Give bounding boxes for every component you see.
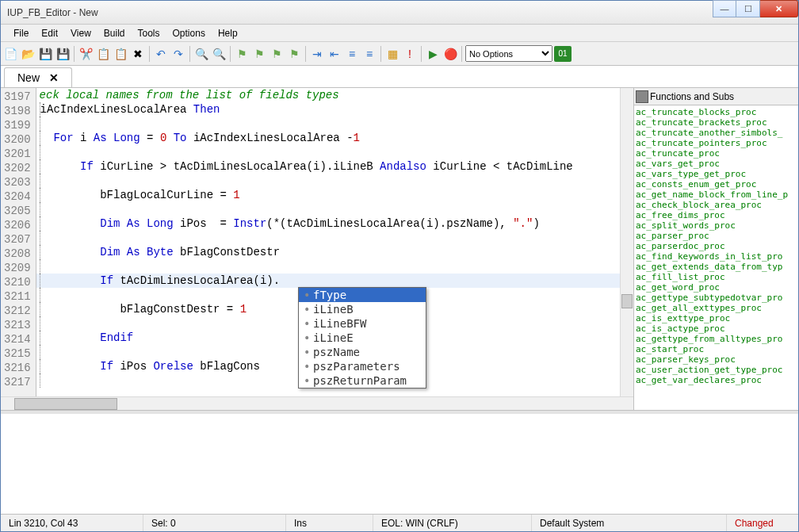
uncomment-icon[interactable]: ≡ — [361, 46, 377, 62]
sidebar-item[interactable]: ac_parser_proc — [636, 231, 797, 241]
code-line[interactable] — [36, 202, 620, 216]
sidebar-item[interactable]: ac_truncate_pointers_proc — [636, 138, 797, 148]
autocomplete-item[interactable]: iLineB — [299, 302, 426, 316]
bookmark-clear-icon[interactable]: ⚑ — [286, 46, 302, 62]
horizontal-scrollbar[interactable] — [1, 396, 633, 410]
separator — [305, 46, 306, 62]
output-pane[interactable] — [1, 411, 798, 514]
scroll-h-thumb[interactable] — [14, 398, 117, 410]
sidebar-item[interactable]: ac_vars_type_get_proc — [636, 169, 797, 179]
sidebar-item[interactable]: ac_parser_keys_proc — [636, 354, 797, 365]
menu-edit[interactable]: Edit — [35, 26, 64, 40]
code-line[interactable]: If iCurLine > tAcDimLinesLocalArea(i).iL… — [36, 159, 620, 174]
find-icon[interactable]: 🔍 — [193, 46, 209, 62]
debug-icon[interactable]: 🔴 — [442, 46, 458, 62]
sidebar-item[interactable]: ac_vars_get_proc — [636, 159, 797, 169]
side-header: Functions and Subs — [634, 88, 798, 105]
bookmark-icon[interactable]: ⚑ — [234, 46, 250, 62]
autocomplete-item[interactable]: pszReturnParam — [299, 373, 426, 388]
autocomplete-item[interactable]: iLineE — [299, 331, 426, 345]
line-number: 3208 — [4, 247, 31, 261]
minimize-button[interactable]: — — [713, 0, 736, 17]
open-file-icon[interactable]: 📂 — [20, 46, 36, 62]
sidebar-item[interactable]: ac_truncate_another_simbols_ — [636, 128, 797, 138]
side-list[interactable]: ac_truncate_blocks_procac_truncate_brack… — [634, 105, 798, 410]
sidebar-item[interactable]: ac_parserdoc_proc — [636, 241, 797, 251]
sidebar-item[interactable]: ac_get_extends_data_from_typ — [636, 262, 797, 272]
sidebar-item[interactable]: ac_truncate_proc — [636, 148, 797, 159]
code-area[interactable]: 3197319831993200320132023203320432053206… — [1, 88, 633, 396]
comment-icon[interactable]: ≡ — [344, 46, 360, 62]
code-line[interactable] — [36, 145, 620, 159]
code-line[interactable] — [36, 259, 620, 274]
menu-help[interactable]: Help — [212, 26, 244, 40]
build-warn-icon[interactable]: ! — [402, 46, 418, 62]
bookmark-prev-icon[interactable]: ⚑ — [251, 46, 267, 62]
code-line[interactable] — [36, 117, 620, 131]
sidebar-item[interactable]: ac_check_block_area_proc — [636, 200, 797, 210]
sidebar-item[interactable]: ac_get_all_exttypes_proc — [636, 303, 797, 313]
save-all-icon[interactable]: 💾 — [55, 46, 71, 62]
sidebar-item[interactable]: ac_consts_enum_get_proc — [636, 179, 797, 189]
sidebar-item[interactable]: ac_user_action_get_type_proc — [636, 365, 797, 375]
terminal-icon[interactable]: 01 — [554, 46, 572, 62]
run-icon[interactable]: ▶ — [425, 46, 441, 62]
menu-build[interactable]: Build — [97, 26, 132, 40]
menu-tools[interactable]: Tools — [132, 26, 166, 40]
sidebar-item[interactable]: ac_is_exttype_proc — [636, 313, 797, 323]
autocomplete-item[interactable]: fType — [299, 288, 426, 302]
options-select[interactable]: No Options — [465, 45, 552, 62]
paste-icon[interactable]: 📋 — [113, 46, 128, 62]
sidebar-item[interactable]: ac_split_words_proc — [636, 220, 797, 231]
new-file-icon[interactable]: 📄 — [2, 46, 18, 62]
cut-icon[interactable]: ✂️ — [78, 46, 94, 62]
unindent-icon[interactable]: ⇤ — [327, 46, 342, 62]
sidebar-item[interactable]: ac_truncate_blocks_proc — [636, 107, 797, 117]
sidebar-item[interactable]: ac_get_var_declares_proc — [636, 375, 797, 385]
sidebar-item[interactable]: ac_free_dims_proc — [636, 210, 797, 220]
vertical-scrollbar[interactable] — [620, 88, 633, 396]
autocomplete-item[interactable]: pszParameters — [299, 359, 426, 373]
code-line[interactable]: If tAcDimLinesLocalArea(i). — [36, 274, 620, 288]
copy-icon[interactable]: 📋 — [95, 46, 111, 62]
delete-icon[interactable]: ✖ — [130, 46, 146, 62]
sidebar-item[interactable]: ac_get_word_proc — [636, 282, 797, 293]
replace-icon[interactable]: 🔍 — [211, 46, 227, 62]
code-line[interactable]: eck local names from the list of fields … — [36, 88, 620, 102]
save-icon[interactable]: 💾 — [37, 46, 53, 62]
code-line[interactable] — [36, 174, 620, 188]
line-number: 3217 — [4, 375, 31, 389]
redo-icon[interactable]: ↷ — [170, 46, 186, 62]
autocomplete-item[interactable]: iLineBFW — [299, 316, 426, 331]
scroll-thumb[interactable] — [621, 294, 633, 308]
maximize-button[interactable]: ☐ — [736, 0, 760, 17]
code-line[interactable]: Dim As Long iPos = Instr(*(tAcDimLinesLo… — [36, 216, 620, 231]
code-line[interactable]: bFlagLocalCurLine = 1 — [36, 188, 620, 202]
tab-label: New — [17, 71, 40, 84]
menu-options[interactable]: Options — [166, 26, 212, 40]
sidebar-item[interactable]: ac_gettype_subtypedotvar_pro — [636, 293, 797, 303]
tab-close-icon[interactable]: ✕ — [49, 71, 59, 84]
undo-icon[interactable]: ↶ — [153, 46, 169, 62]
indent-icon[interactable]: ⇥ — [309, 46, 325, 62]
menu-file[interactable]: File — [7, 26, 35, 40]
autocomplete-item[interactable]: pszName — [299, 345, 426, 359]
code-line[interactable]: Dim As Byte bFlagConstDestr — [36, 245, 620, 259]
sidebar-item[interactable]: ac_fill_list_proc — [636, 272, 797, 282]
sidebar-item[interactable]: ac_is_actype_proc — [636, 323, 797, 334]
bookmark-next-icon[interactable]: ⚑ — [269, 46, 285, 62]
code-line[interactable]: iAcIndexLinesLocalArea Then — [36, 102, 620, 117]
sidebar-item[interactable]: ac_find_keywords_in_list_pro — [636, 251, 797, 262]
code-line[interactable] — [36, 231, 620, 245]
build-icon[interactable]: ▦ — [384, 46, 400, 62]
menu-view[interactable]: View — [64, 26, 97, 40]
code-line[interactable]: For i As Long = 0 To iAcIndexLinesLocalA… — [36, 131, 620, 145]
autocomplete-popup[interactable]: fTypeiLineBiLineBFWiLineEpszNamepszParam… — [298, 287, 426, 388]
sidebar-item[interactable]: ac_gettype_from_alltypes_pro — [636, 334, 797, 344]
sidebar-item[interactable]: ac_start_proc — [636, 344, 797, 354]
close-button[interactable]: ✕ — [760, 0, 798, 17]
sidebar-item[interactable]: ac_get_name_block_from_line_p — [636, 189, 797, 200]
window-title: IUP_FB_Editor - New — [7, 7, 713, 18]
tab-new[interactable]: New ✕ — [4, 67, 72, 87]
sidebar-item[interactable]: ac_truncate_brackets_proc — [636, 117, 797, 128]
